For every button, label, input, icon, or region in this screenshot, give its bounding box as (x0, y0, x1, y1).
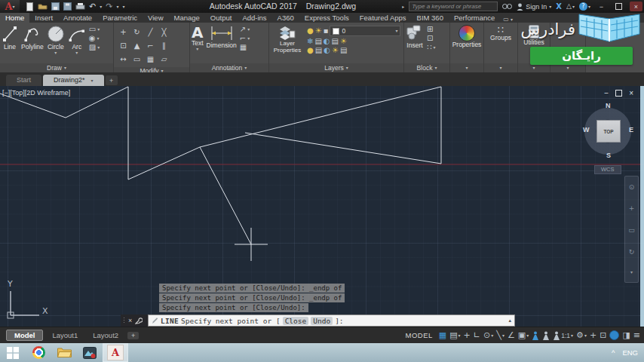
ribbon-tab-view[interactable]: View (143, 13, 168, 23)
ribbon-tab-parametric[interactable]: Parametric (97, 13, 143, 23)
nav-zoom-icon[interactable]: ▭ (628, 227, 635, 234)
alert-dropdown-icon[interactable]: ▾ (572, 5, 575, 9)
doc-restore-icon[interactable] (615, 90, 622, 97)
rotate-icon[interactable]: ↻ (130, 26, 143, 38)
block-panel-footer[interactable]: Block ▾ (404, 63, 449, 72)
insert-button[interactable]: Insert (404, 24, 425, 50)
utilities-button[interactable]: Utilities (522, 24, 545, 47)
layer-isolate-icon[interactable]: ◐ (324, 38, 330, 45)
hatch-button[interactable]: ▨▾ (89, 44, 100, 51)
nav-orbit-icon[interactable]: ↻ (629, 249, 635, 256)
arc-dropdown-icon[interactable]: ▾ (75, 51, 78, 55)
annotation-monitor-icon[interactable]: + (590, 331, 596, 339)
table-button[interactable]: ▦ (240, 44, 250, 51)
polyline-button[interactable]: Polyline (20, 24, 45, 51)
new-layout-button[interactable]: + (127, 332, 139, 339)
open-file-icon[interactable] (38, 2, 48, 11)
help-dropdown-icon[interactable]: ▾ (588, 5, 590, 9)
layer-current-icon[interactable]: ◐ (324, 47, 330, 54)
layers-panel-footer[interactable]: Layers ▾ (269, 63, 403, 72)
annotation-visibility-icon[interactable] (532, 331, 539, 340)
quick-properties-icon[interactable]: ⊡ (600, 331, 606, 339)
layer-lock-icon[interactable]: ▪ (324, 27, 329, 35)
object-snap-button[interactable]: ▣▾ (518, 331, 529, 339)
nav-wheel-icon[interactable]: ⊙ (629, 184, 635, 191)
fillet-icon[interactable]: ⌐ (144, 39, 157, 52)
start-button[interactable] (0, 343, 26, 362)
redo-icon[interactable]: ↷ (106, 2, 112, 11)
ribbon-tab-a360[interactable]: A360 (272, 13, 299, 23)
taskbar-explorer-button[interactable] (51, 343, 77, 362)
search-binoculars-icon[interactable] (502, 3, 512, 10)
ribbon-tab-manage[interactable]: Manage (169, 13, 205, 23)
model-space-button[interactable]: MODEL (405, 331, 432, 339)
ribbon-tab-featured-apps[interactable]: Featured Apps (354, 13, 412, 23)
taskbar-photos-button[interactable] (77, 343, 103, 362)
text-button[interactable]: A Text ▾ (190, 24, 205, 52)
groups-panel-footer[interactable]: ▾ (484, 63, 517, 72)
close-button[interactable]: × (630, 2, 642, 11)
dynamic-input-icon[interactable]: + (464, 331, 471, 339)
viewport-controls-label[interactable]: [−][Top][2D Wireframe] (2, 89, 70, 97)
language-indicator[interactable]: ENG (622, 348, 638, 357)
layer-freeze-icon[interactable]: ❄ (307, 38, 313, 45)
layer-properties-button[interactable]: Layer Properties (269, 24, 305, 55)
annotation-scale-button[interactable]: 1:1 ▾ (553, 331, 573, 340)
save-icon[interactable] (51, 2, 60, 11)
properties-button[interactable]: Properties (451, 24, 483, 49)
restore-button[interactable] (612, 2, 625, 11)
copy-icon[interactable]: ⊡ (117, 39, 130, 52)
isometric-drafting-button[interactable]: ╲▾ (496, 331, 504, 339)
dimension-button[interactable]: Dimension (205, 24, 238, 50)
doc-minimize-icon[interactable]: − (604, 89, 609, 97)
snap-mode-button[interactable]: ▤▾ (449, 331, 460, 339)
circle-dropdown-icon[interactable]: ▾ (54, 51, 57, 55)
clipboard-panel-footer[interactable]: ▾ (550, 63, 585, 72)
viewcube-north[interactable]: N (606, 102, 611, 109)
qat-customize-icon[interactable]: ▾ (122, 5, 124, 9)
viewcube-east[interactable]: E (629, 126, 633, 133)
sign-in-button[interactable]: Sign In ▾ (517, 3, 551, 11)
ribbon-tab-express-tools[interactable]: Express Tools (299, 13, 354, 23)
multileader-button[interactable]: ⌐▾ (240, 35, 250, 42)
new-file-icon[interactable] (26, 2, 34, 11)
grid-display-icon[interactable]: ▦ (439, 331, 446, 339)
leader-button[interactable]: ↗▾ (240, 26, 250, 33)
viewcube[interactable]: N W E S TOP WCS (584, 102, 633, 174)
file-tab-menu-icon[interactable]: ▾ (91, 78, 94, 83)
offset-icon[interactable]: ∥ (158, 39, 170, 52)
ribbon-tab-addins[interactable]: Add-ins (237, 13, 271, 23)
file-tab-drawing2[interactable]: Drawing2* ▾ (43, 75, 104, 86)
search-flyout-icon[interactable]: ▸ (402, 5, 404, 9)
block-attributes-button[interactable]: ∷▾ (427, 44, 435, 51)
alert-icon[interactable]: △ (566, 3, 572, 10)
object-snap-tracking-icon[interactable]: ∠ (508, 331, 515, 339)
layer-delete-icon[interactable]: ▤ (340, 47, 347, 54)
command-bar-grip[interactable]: × (121, 314, 148, 327)
save-as-icon[interactable] (63, 2, 72, 11)
command-close-icon[interactable]: × (128, 317, 132, 324)
taskbar-autocad-button[interactable]: A (103, 343, 128, 362)
layer-select[interactable]: 0 ▾ (330, 26, 400, 36)
minimize-button[interactable]: − (595, 2, 608, 11)
layout-tab-layout2[interactable]: Layout2 (87, 330, 124, 340)
ribbon-display-toggle[interactable]: ▭ ▾ (503, 17, 513, 23)
hardware-acceleration-icon[interactable] (609, 330, 619, 340)
annotation-autoscale-icon[interactable] (542, 331, 550, 340)
layer-state-icon[interactable]: ▤ (314, 38, 321, 45)
navigation-bar[interactable]: ⊙ + ▭ ↻ ▾ (624, 176, 639, 283)
explode-icon[interactable]: ╳ (158, 26, 170, 38)
trim-icon[interactable]: ╱ (144, 26, 157, 38)
circle-button[interactable]: Circle ▾ (45, 24, 66, 56)
close-option-button[interactable]: Close (283, 317, 309, 325)
ribbon-tab-insert[interactable]: Insert (29, 13, 58, 23)
edit-block-button[interactable]: ⊡ (427, 35, 435, 42)
layer-walk-icon[interactable]: ● (307, 47, 314, 54)
layout-tab-model[interactable]: Model (6, 330, 43, 341)
new-drawing-tab-button[interactable]: + (106, 75, 118, 85)
layer-merge-icon[interactable]: ☀ (332, 47, 339, 54)
drawing-canvas[interactable]: [−][Top][2D Wireframe] − × N W E S TOP W… (0, 86, 644, 327)
create-block-button[interactable]: ⊞ (427, 26, 435, 33)
utilities-panel-footer[interactable]: ▾ (518, 63, 550, 72)
application-menu-button[interactable]: A ▾ (0, 0, 20, 13)
